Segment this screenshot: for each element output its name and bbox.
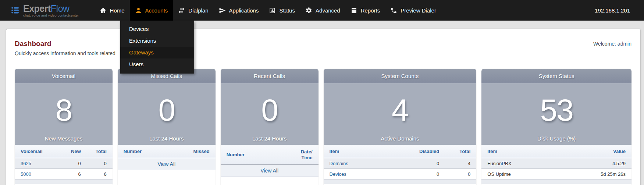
card-hero-label: Active Domains (324, 135, 477, 145)
card-hero-label: Last 24 Hours (118, 135, 216, 145)
menu-item-gateways[interactable]: Gateways (120, 47, 194, 58)
voicemail-box-link[interactable]: 5000 (21, 171, 31, 177)
table-header: Item Disabled Total (324, 145, 477, 158)
table-row: OS Uptime 5d 25m 26s (481, 169, 631, 179)
card-big-number: 4 (324, 83, 477, 135)
card-system-status: System Status 53 Disk Usage (%) Item Val… (481, 69, 631, 185)
table-row-partial (481, 179, 631, 184)
card-big-number: 0 (221, 83, 319, 135)
table-header: Voicemail New Total (15, 145, 113, 158)
nav-accounts[interactable]: Accounts (130, 0, 173, 21)
table-header: Number Missed (118, 145, 216, 158)
book-icon (351, 7, 357, 14)
nav-applications[interactable]: Applications (214, 0, 264, 21)
card-title: Recent Calls (221, 69, 319, 83)
card-system-counts: System Counts 4 Active Domains Item Disa… (324, 69, 477, 185)
server-ip: 192.168.1.201 (595, 7, 644, 14)
nav-advanced[interactable]: Advanced (300, 0, 345, 21)
user-icon (135, 7, 142, 14)
accounts-dropdown-menu: Devices Extensions Gateways Users (120, 21, 194, 74)
page-subtitle: Quickly access information and tools rel… (15, 50, 115, 56)
bar-chart-icon (269, 7, 276, 14)
nav-preview-dialer[interactable]: Preview Dialer (385, 0, 441, 21)
card-recent-calls: Recent Calls 0 Last 24 Hours Number Date… (221, 69, 319, 185)
table-row: Domains 0 4 (324, 158, 477, 169)
card-voicemail: Voicemail 8 New Messages Voicemail New T… (15, 69, 113, 185)
card-hero: 8 New Messages (15, 83, 113, 145)
top-navbar: ExpertFlow chat, voice and video contact… (0, 0, 644, 21)
view-all-row: View All (221, 165, 319, 177)
table-header: Item Value (481, 145, 631, 158)
paper-plane-icon (219, 7, 226, 14)
welcome-text: Welcome: admin (593, 41, 631, 47)
menu-item-users[interactable]: Users (120, 58, 194, 70)
menu-item-devices[interactable]: Devices (120, 23, 194, 35)
card-missed-calls: Missed Calls 0 Last 24 Hours Number Miss… (118, 69, 216, 185)
view-all-row: View All (118, 158, 216, 170)
item-link-devices[interactable]: Devices (330, 171, 346, 177)
home-icon (100, 7, 107, 14)
page-title: Dashboard (15, 40, 115, 48)
brand-name: ExpertFlow (23, 4, 79, 13)
card-hero-label: New Messages (15, 135, 113, 145)
gear-icon (305, 7, 312, 14)
card-title: System Status (481, 69, 631, 83)
card-title: Voicemail (15, 69, 113, 83)
brand-tagline: chat, voice and video contactcenter (23, 14, 79, 17)
nav-status[interactable]: Status (264, 0, 300, 21)
logo-dots-icon (11, 6, 20, 15)
table-row-partial (324, 179, 477, 184)
app-logo[interactable]: ExpertFlow chat, voice and video contact… (0, 4, 79, 17)
view-all-link[interactable]: View All (260, 168, 278, 174)
content-panel: Dashboard Quickly access information and… (6, 29, 641, 185)
card-hero-label: Last 24 Hours (221, 135, 319, 145)
view-all-link[interactable]: View All (157, 161, 175, 167)
card-big-number: 53 (481, 83, 631, 135)
table-row: 3625 0 0 (15, 158, 113, 169)
table-header: Number Date/ Time (221, 145, 319, 165)
voicemail-box-link[interactable]: 3625 (21, 161, 31, 166)
item-link-domains[interactable]: Domains (330, 161, 348, 166)
welcome-user-link[interactable]: admin (618, 41, 631, 47)
table-row: 5000 6 6 (15, 169, 113, 179)
card-hero: 53 Disk Usage (%) (481, 83, 631, 145)
table-row: Devices 0 0 (324, 169, 477, 179)
nav-dialplan[interactable]: Dialplan (173, 0, 213, 21)
card-hero: 0 Last 24 Hours (118, 83, 216, 145)
card-hero: 0 Last 24 Hours (221, 83, 319, 145)
exchange-arrows-icon (178, 7, 185, 14)
card-big-number: 0 (118, 83, 216, 135)
phone-icon (390, 7, 397, 14)
menu-item-extensions[interactable]: Extensions (120, 35, 194, 47)
table-row-partial (15, 179, 113, 184)
card-title: System Counts (324, 69, 477, 83)
card-hero: 4 Active Domains (324, 83, 477, 145)
table-row: FusionPBX 4.5.29 (481, 158, 631, 169)
card-hero-label: Disk Usage (%) (481, 135, 631, 145)
card-big-number: 8 (15, 83, 113, 135)
dashboard-cards: Voicemail 8 New Messages Voicemail New T… (15, 69, 631, 185)
nav-reports[interactable]: Reports (345, 0, 385, 21)
nav-home[interactable]: Home (95, 0, 130, 21)
